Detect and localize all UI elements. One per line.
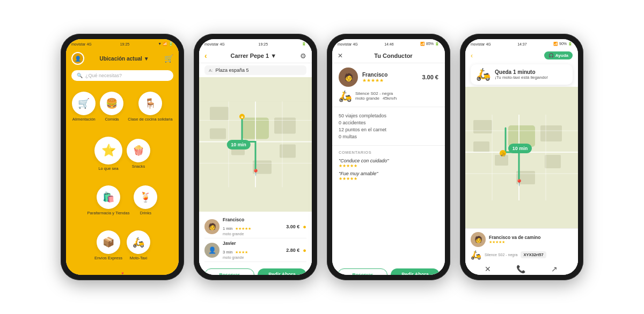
back-button-4[interactable]: ‹ — [471, 52, 473, 59]
arrival-banner: 🛵 Queda 1 minuto ¡Tu moto-taxi está lleg… — [471, 64, 573, 85]
driver-name-2: Javier — [223, 241, 283, 246]
back-button-2[interactable]: ‹ — [204, 51, 207, 60]
svg-rect-23 — [545, 155, 561, 168]
cat-icon-loquesea: ⭐ — [94, 137, 122, 165]
vehicle-name-4: Silence S02 - negra — [485, 253, 517, 257]
cat-icon-drinks: 🍹 — [134, 185, 157, 209]
destination-input[interactable]: A: Plaza españa 5 — [204, 65, 306, 75]
phone4-driver-row: 🧑 Francisco va de camino ★★★★★ — [471, 232, 573, 247]
moto-icon: 🛵 — [339, 89, 352, 102]
phone-1: movistar 4G 19:25 ▼ 📶 🔋 👤 Ubicación actu… — [61, 34, 184, 280]
battery-icons-2: 🔋 — [302, 42, 306, 46]
location-label[interactable]: Ubicación actual ▼ — [99, 56, 149, 62]
comment-text-1: "Conduce con cuidado" — [339, 158, 438, 163]
cat-icon-clase: 🪑 — [138, 92, 162, 115]
reservar-button-3[interactable]: Reservar — [338, 268, 387, 275]
phone2-screen: ‹ Carrer Pepe 1 ▼ ⚙ A: Plaza españa 5 — [199, 49, 312, 275]
conductor-details: Francisco ★★★★★ — [362, 72, 418, 83]
conductor-avatar: 🧑 — [339, 68, 358, 87]
phone3-header: ✕ Tu Conductor — [332, 49, 445, 63]
vehicle-name: Silence S02 - negra — [355, 91, 397, 96]
stat-viajes: 50 viajes completados — [339, 113, 438, 118]
cancel-icon: ✕ — [485, 265, 491, 273]
phone4-driver-info: Francisco va de camino ★★★★★ — [489, 235, 573, 244]
share-label: compartir — [546, 274, 562, 275]
cat-alimentacion[interactable]: 🛒 Alimentación — [72, 92, 96, 122]
dest-value: Plaza españa 5 — [216, 68, 249, 73]
cancel-action[interactable]: ✕ cancelar — [480, 265, 495, 275]
dest-label: A: — [209, 68, 213, 73]
driver-row-javier[interactable]: 👤 Javier 3 min ★★★★ moto grande 2.80 € ● — [204, 238, 306, 262]
user-avatar[interactable]: 👤 — [71, 52, 84, 65]
cat-icon-comida: 🍔 — [100, 92, 123, 115]
cat-icon-snacks: 🍿 — [127, 139, 150, 162]
phone-2: movistar 4G 19:25 🔋 ‹ Carrer Pepe 1 ▼ ⚙ … — [194, 34, 317, 280]
battery-icons-3: 📶 85% 🔋 — [420, 42, 440, 46]
driver-stars-2: ★★★★ — [235, 250, 248, 254]
driver-row-francisco[interactable]: 🧑 Francisco 1 min ★★★★★ moto grande 3.00… — [204, 215, 306, 238]
cat-icon-moto: 🛵 — [127, 230, 150, 254]
driver-name-1: Francisco — [223, 217, 283, 222]
cat-snacks[interactable]: 🍿 Snacks — [127, 139, 150, 169]
svg-rect-2 — [210, 107, 229, 121]
share-action[interactable]: ↗ compartir — [546, 265, 562, 275]
time-4: 14:37 — [517, 42, 527, 46]
svg-rect-20 — [473, 141, 489, 152]
phone3-screen: ✕ Tu Conductor 🧑 Francisco ★★★★★ 3.00 € … — [332, 49, 445, 275]
svg-rect-21 — [495, 155, 508, 166]
status-bar-3: movistar 4G 14:46 📶 85% 🔋 — [332, 39, 445, 49]
call-action[interactable]: 📞 llamar — [515, 265, 526, 275]
battery-icons-1: ▼ 📶 🔋 — [158, 42, 173, 46]
coin-icon-1: ● — [303, 223, 306, 230]
headset-icon: 🎧 — [548, 53, 554, 58]
stats-section: 50 viajes completados 0 accidentes 12 pu… — [332, 107, 445, 146]
map-area-2: ★ 📍 10 min — [199, 77, 312, 212]
eta-badge-4: 10 min — [508, 144, 532, 153]
filter-icon[interactable]: ⚙ — [300, 52, 306, 60]
map-area-4: 🛵 📍 10 min — [465, 87, 578, 228]
categories-grid: 🛒 Alimentación 🍔 Comida 🪑 Clase de cocin… — [66, 83, 179, 269]
comments-section: COMENTARIOS "Conduce con cuidado" ★★★★★ … — [332, 146, 445, 265]
reservar-button-2[interactable]: Reservar — [204, 268, 254, 275]
driver-time-2: 3 min — [223, 250, 232, 255]
search-bar-1[interactable]: 🔍 ¿Qué necesitas? — [71, 70, 173, 81]
cat-clase-cocina[interactable]: 🪑 Clase de cocina solidaria — [128, 92, 172, 122]
driver-name-4: Francisco va de camino — [489, 235, 573, 240]
share-icon: ↗ — [551, 265, 558, 273]
stat-accidentes: 0 accidentes — [339, 120, 438, 125]
ayuda-button[interactable]: 🎧 Ayuda — [544, 51, 573, 59]
cat-moto-taxi[interactable]: 🛵 Moto-Taxi — [127, 230, 150, 260]
comment-text-2: "Fue muy amable" — [339, 171, 438, 176]
phone4-bottom: 🧑 Francisco va de camino ★★★★★ 🛵 Silence… — [465, 228, 578, 275]
cancel-label: cancelar — [480, 274, 495, 275]
coin-icon-2: ● — [303, 247, 306, 253]
route-title: Carrer Pepe 1 ▼ — [210, 53, 297, 59]
cat-lo-que-sea[interactable]: ⭐ Lo que sea — [94, 137, 122, 171]
arrival-title: Queda 1 minuto — [495, 69, 548, 75]
close-button-3[interactable]: ✕ — [338, 52, 343, 59]
cart-icon[interactable]: 🛒 — [164, 54, 173, 63]
action-buttons-2: Reservar Pedir Ahora — [199, 265, 312, 275]
pedir-button-3[interactable]: Pedir Ahora — [391, 268, 440, 275]
driver-info-javier: Javier 3 min ★★★★ moto grande — [223, 241, 283, 259]
cat-parafarmacia[interactable]: 🛍️ Parafarmacia y Tiendas — [87, 185, 130, 215]
cat-drinks[interactable]: 🍹 Drinks — [134, 185, 157, 215]
phone-icon: 📞 — [516, 265, 525, 273]
svg-text:🛵: 🛵 — [501, 152, 506, 156]
phone4-screen: ‹ 🎧 Ayuda 🛵 Queda 1 minuto ¡Tu moto-taxi… — [465, 49, 578, 275]
battery-icons-4: 📶 90% 🔋 — [553, 42, 573, 46]
stat-puntos: 12 puntos en el carnet — [339, 127, 438, 132]
driver-price-1: 3.00 € — [286, 224, 299, 229]
search-icon: 🔍 — [77, 73, 83, 78]
phone-3: movistar 4G 14:46 📶 85% 🔋 ✕ Tu Conductor… — [327, 34, 450, 280]
cat-comida[interactable]: 🍔 Comida — [100, 92, 123, 122]
conductor-price: 3.00 € — [422, 74, 438, 80]
driver-avatar-javier: 👤 — [204, 243, 219, 258]
bottom-nav-1[interactable]: 📍 Tus glavos — [66, 269, 179, 275]
cat-envios[interactable]: 📦 Envíos Express — [94, 230, 122, 260]
action-buttons-3: Reservar Pedir Ahora — [332, 265, 445, 275]
location-pin-icon: 📍 — [120, 272, 125, 275]
svg-text:📍: 📍 — [515, 178, 523, 186]
pedir-button-2[interactable]: Pedir Ahora — [258, 268, 306, 275]
comment-2: "Fue muy amable" ★★★★★ — [339, 171, 438, 181]
